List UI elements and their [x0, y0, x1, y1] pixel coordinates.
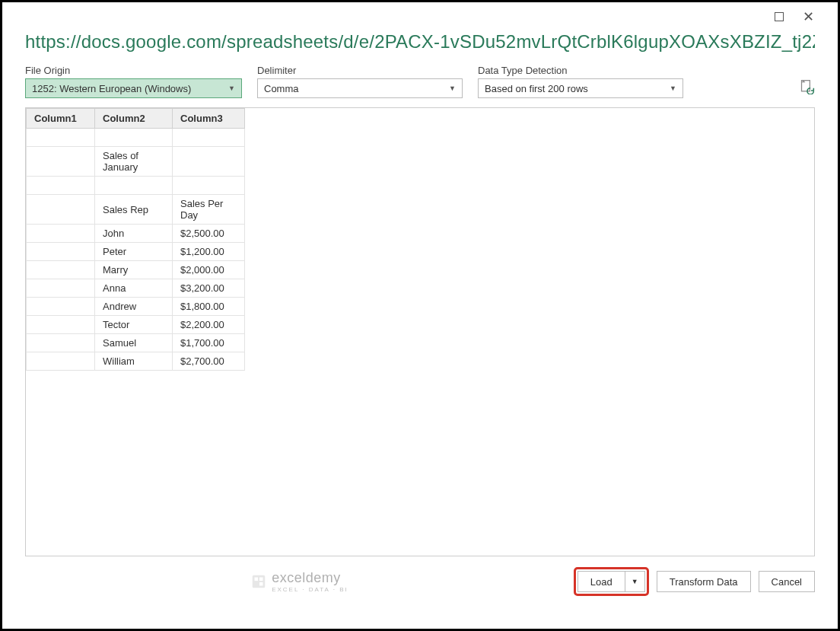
table-cell	[27, 334, 95, 352]
table-row	[27, 177, 245, 195]
data-preview: Column1Column2Column3 Sales of JanuarySa…	[25, 107, 815, 556]
table-cell	[27, 147, 95, 177]
logo-icon	[250, 573, 267, 590]
table-row: Tector$2,200.00	[27, 316, 245, 334]
table-cell: Sales Rep	[95, 195, 173, 225]
table-cell: Sales Per Day	[173, 195, 245, 225]
table-cell: John	[95, 225, 173, 243]
delimiter-value: Comma	[264, 83, 299, 94]
table-row	[27, 129, 245, 147]
column-header[interactable]: Column2	[95, 109, 173, 129]
refresh-icon[interactable]	[800, 79, 815, 94]
table-cell: $1,200.00	[173, 243, 245, 261]
file-origin-label: File Origin	[25, 65, 242, 76]
table-cell: Sales of January	[95, 147, 173, 177]
watermark-sub: EXCEL · DATA · BI	[272, 586, 348, 593]
table-row: Peter$1,200.00	[27, 243, 245, 261]
data-type-detection-label: Data Type Detection	[478, 65, 683, 76]
table-row: John$2,500.00	[27, 225, 245, 243]
table-row: Sales RepSales Per Day	[27, 195, 245, 225]
table-cell	[27, 129, 95, 147]
table-cell: Peter	[95, 243, 173, 261]
table-cell: $2,500.00	[173, 225, 245, 243]
chevron-down-icon: ▼	[449, 84, 456, 92]
table-cell: Anna	[95, 279, 173, 298]
table-cell	[173, 129, 245, 147]
table-cell: $2,200.00	[173, 316, 245, 334]
svg-rect-2	[255, 578, 259, 582]
table-cell: $1,800.00	[173, 298, 245, 316]
table-cell: $3,200.00	[173, 279, 245, 298]
table-cell	[27, 352, 95, 371]
table-cell: Samuel	[95, 334, 173, 352]
options-row: File Origin 1252: Western European (Wind…	[25, 65, 815, 98]
preview-table: Column1Column2Column3 Sales of JanuarySa…	[26, 108, 245, 371]
close-button[interactable]: ✕	[801, 10, 815, 24]
cancel-button[interactable]: Cancel	[759, 571, 815, 592]
table-cell	[27, 177, 95, 195]
table-cell: William	[95, 352, 173, 371]
file-origin-select[interactable]: 1252: Western European (Windows) ▼	[25, 78, 242, 98]
table-row: Andrew$1,800.00	[27, 298, 245, 316]
dialog-title: https://docs.google.com/spreadsheets/d/e…	[25, 31, 815, 53]
table-cell: Tector	[95, 316, 173, 334]
table-cell: Marry	[95, 261, 173, 279]
table-row: Sales of January	[27, 147, 245, 177]
table-cell	[27, 195, 95, 225]
load-dropdown-button[interactable]: ▼	[625, 571, 645, 592]
table-cell	[27, 279, 95, 298]
table-cell	[27, 261, 95, 279]
data-type-detection-value: Based on first 200 rows	[485, 83, 588, 94]
table-cell	[27, 243, 95, 261]
power-query-dialog: ✕ https://docs.google.com/spreadsheets/d…	[0, 0, 840, 631]
window-controls: ✕	[772, 10, 815, 24]
svg-rect-3	[259, 578, 263, 582]
table-cell	[27, 298, 95, 316]
column-header[interactable]: Column3	[173, 109, 245, 129]
table-cell	[27, 225, 95, 243]
data-type-detection-select[interactable]: Based on first 200 rows ▼	[478, 78, 683, 98]
file-origin-value: 1252: Western European (Windows)	[32, 83, 191, 94]
watermark: exceldemy EXCEL · DATA · BI	[250, 570, 348, 593]
table-cell	[173, 147, 245, 177]
delimiter-label: Delimiter	[257, 65, 463, 76]
table-cell	[95, 129, 173, 147]
svg-rect-1	[253, 575, 266, 588]
table-cell	[27, 316, 95, 334]
table-cell: $1,700.00	[173, 334, 245, 352]
table-row: Marry$2,000.00	[27, 261, 245, 279]
table-cell	[173, 177, 245, 195]
maximize-button[interactable]	[772, 10, 786, 24]
table-row: William$2,700.00	[27, 352, 245, 371]
table-cell: Andrew	[95, 298, 173, 316]
load-button-highlight: Load ▼	[574, 567, 649, 596]
table-row: Anna$3,200.00	[27, 279, 245, 298]
table-cell: $2,000.00	[173, 261, 245, 279]
chevron-down-icon: ▼	[670, 84, 676, 92]
watermark-name: exceldemy	[272, 570, 341, 585]
svg-rect-4	[259, 582, 263, 586]
transform-data-button[interactable]: Transform Data	[657, 571, 751, 592]
table-cell	[95, 177, 173, 195]
table-row: Samuel$1,700.00	[27, 334, 245, 352]
dialog-footer: exceldemy EXCEL · DATA · BI Load ▼ Trans…	[25, 567, 815, 596]
load-button[interactable]: Load	[578, 571, 625, 592]
delimiter-select[interactable]: Comma ▼	[257, 78, 463, 98]
chevron-down-icon: ▼	[228, 84, 235, 92]
table-cell: $2,700.00	[173, 352, 245, 371]
column-header[interactable]: Column1	[27, 109, 95, 129]
